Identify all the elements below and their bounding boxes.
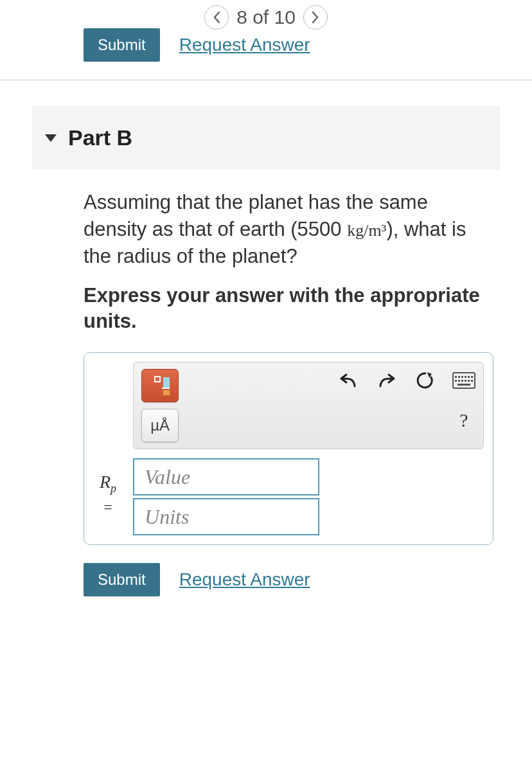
part-header[interactable]: Part B xyxy=(32,106,500,170)
chevron-right-icon xyxy=(311,11,320,24)
submit-button-bottom[interactable]: Submit xyxy=(84,563,160,596)
prev-button[interactable] xyxy=(204,5,229,30)
reset-icon xyxy=(416,371,435,390)
redo-icon xyxy=(377,372,396,389)
equals-sign: = xyxy=(103,499,112,516)
variable-label: Rp = xyxy=(93,362,123,535)
next-button[interactable] xyxy=(303,5,328,30)
instruction-text: Express your answer with the appropriate… xyxy=(84,283,493,335)
submit-button-top[interactable]: Submit xyxy=(84,28,160,62)
editor-toolbar: µÅ ? xyxy=(133,362,484,449)
chevron-left-icon xyxy=(212,11,221,24)
undo-button[interactable] xyxy=(337,369,360,392)
fraction-icon xyxy=(150,376,170,395)
divider xyxy=(0,80,532,80)
part-title: Part B xyxy=(68,125,132,150)
variable-subscript: p xyxy=(111,481,116,494)
answer-input-box: Rp = xyxy=(84,352,493,545)
fraction-template-button[interactable] xyxy=(141,369,179,402)
units-input[interactable] xyxy=(133,498,319,535)
reset-button[interactable] xyxy=(414,369,437,392)
keyboard-button[interactable] xyxy=(452,369,475,392)
variable-letter: R xyxy=(100,472,111,492)
redo-button[interactable] xyxy=(375,369,398,392)
pager-position: 8 of 10 xyxy=(236,6,296,28)
keyboard-icon xyxy=(452,372,475,389)
request-answer-link-top[interactable]: Request Answer xyxy=(179,35,310,55)
collapse-caret-icon[interactable] xyxy=(45,134,57,142)
help-icon: ? xyxy=(459,409,468,431)
density-unit: kg/m³ xyxy=(347,221,386,240)
value-input[interactable] xyxy=(133,458,319,496)
help-button[interactable]: ? xyxy=(452,409,475,432)
undo-icon xyxy=(339,372,358,389)
units-symbol-button[interactable]: µÅ xyxy=(141,409,179,442)
density-value: 5500 xyxy=(297,218,342,240)
mu-angstrom-icon: µÅ xyxy=(150,416,170,434)
question-text: Assuming that the planet has the same de… xyxy=(84,189,493,270)
request-answer-link-bottom[interactable]: Request Answer xyxy=(179,569,310,590)
